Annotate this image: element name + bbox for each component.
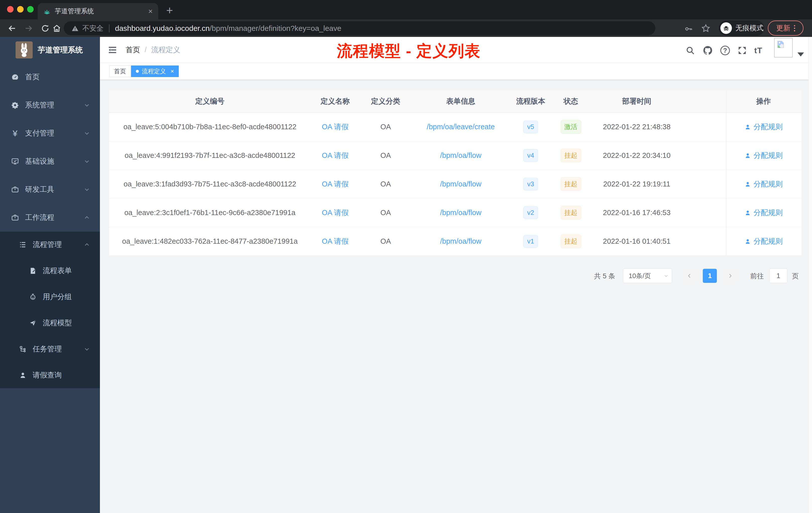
sidebar-item-devtools[interactable]: 研发工具: [0, 175, 100, 204]
app-page: 芋道管理系统 首页 系统管理 ¥ 支付管理 基础设施: [0, 37, 812, 513]
form-link[interactable]: /bpm/oa/leave/create: [427, 123, 495, 131]
home-icon[interactable]: [52, 24, 61, 33]
definition-category-cell: OA: [360, 141, 411, 170]
sidebar-item-process-form[interactable]: 流程表单: [0, 258, 100, 284]
definition-name-link[interactable]: OA 请假: [322, 179, 348, 189]
url-text: dashboard.yudao.iocoder.cn/bpm/manager/d…: [115, 24, 341, 33]
hamburger-icon[interactable]: [108, 45, 117, 55]
page-size-select[interactable]: 10条/页: [623, 269, 672, 283]
forward-icon[interactable]: [24, 24, 33, 33]
sidebar-item-task-mgmt[interactable]: 任务管理: [0, 336, 100, 362]
tab-title: 芋道管理系统: [55, 7, 144, 16]
definition-category-cell: OA: [360, 170, 411, 198]
new-tab-button[interactable]: +: [166, 3, 173, 17]
window-close-button[interactable]: [7, 6, 13, 12]
prev-page-button[interactable]: [683, 269, 696, 283]
assign-rule-button[interactable]: 分配规则: [754, 151, 783, 161]
tag-home[interactable]: 首页: [109, 65, 131, 77]
paper-plane-icon: [29, 319, 37, 327]
key-icon[interactable]: [684, 25, 693, 33]
browser-tab[interactable]: 芋道管理系统 ×: [38, 3, 158, 19]
actions-cell: 分配规则: [726, 227, 801, 255]
tab-close-icon[interactable]: ×: [148, 7, 153, 16]
reload-icon[interactable]: [41, 24, 50, 33]
definition-category: OA: [380, 209, 391, 217]
sidebar-item-process-mgmt[interactable]: 流程管理: [0, 232, 100, 258]
help-icon[interactable]: ?: [720, 46, 730, 55]
definition-id: oa_leave:3:1fad3d93-7b75-11ec-a3c8-acde4…: [123, 180, 296, 188]
browser-update-button[interactable]: 更新: [768, 21, 804, 36]
table-row: oa_leave:5:004b710b-7b8a-11ec-8ef0-acde4…: [109, 113, 802, 141]
next-page-button[interactable]: [723, 269, 737, 283]
menu-dots-icon[interactable]: [794, 25, 795, 31]
page-scrollbar[interactable]: [809, 37, 812, 513]
sidebar-logo-row[interactable]: 芋道管理系统: [0, 41, 100, 59]
assign-rule-button[interactable]: 分配规则: [754, 122, 783, 132]
sidebar-item-workflow[interactable]: 工作流程: [0, 204, 100, 232]
question-glyph: ?: [720, 46, 730, 55]
form-icon: [29, 267, 37, 275]
sidebar-submenu-workflow: 流程管理 流程表单 用户分组 流程模型 任务管理 请假: [0, 232, 100, 388]
sidebar-item-user-group[interactable]: 用户分组: [0, 284, 100, 310]
bookmark-star-icon[interactable]: [701, 24, 710, 33]
sidebar-item-infra[interactable]: 基础设施: [0, 147, 100, 175]
active-dot-icon: [136, 70, 139, 73]
form-link[interactable]: /bpm/oa/flow: [440, 209, 481, 217]
back-icon[interactable]: [7, 24, 17, 33]
window-maximize-button[interactable]: [27, 6, 34, 12]
sidebar-item-payment[interactable]: ¥ 支付管理: [0, 119, 100, 147]
fullscreen-icon[interactable]: [737, 46, 747, 55]
tag-label: 流程定义: [142, 67, 166, 75]
yen-icon: ¥: [11, 128, 19, 138]
user-icon: [19, 371, 27, 379]
assign-rule-button[interactable]: 分配规则: [754, 236, 783, 246]
definition-name-link[interactable]: OA 请假: [322, 208, 348, 218]
robot-icon: [29, 293, 37, 301]
status-badge: 挂起: [561, 177, 581, 191]
sidebar-menu: 首页 系统管理 ¥ 支付管理 基础设施 研发工具: [0, 63, 100, 232]
version-cell: v2: [510, 199, 551, 227]
table-row: oa_leave:1:482ec033-762a-11ec-8477-a2380…: [109, 227, 802, 256]
version-badge: v4: [523, 149, 538, 162]
definition-name-link[interactable]: OA 请假: [322, 236, 348, 246]
search-icon[interactable]: [686, 46, 695, 55]
form-link[interactable]: /bpm/oa/flow: [440, 180, 481, 188]
github-icon[interactable]: [702, 45, 713, 56]
form-info-cell: /bpm/oa/leave/create: [411, 113, 510, 141]
definition-name-link[interactable]: OA 请假: [322, 151, 348, 161]
version-cell: v5: [510, 113, 551, 141]
url-divider: [109, 24, 110, 32]
browser-chrome: 芋道管理系统 × + 不安全 dashboard.yudao.iocoder.c…: [0, 0, 812, 37]
assign-rule-button[interactable]: 分配规则: [754, 208, 783, 218]
form-info-cell: /bpm/oa/flow: [411, 170, 510, 198]
assign-user-icon: [745, 181, 751, 187]
assign-user-icon: [745, 152, 751, 159]
font-size-icon[interactable]: tT: [754, 46, 762, 55]
definition-name-link[interactable]: OA 请假: [322, 122, 348, 132]
form-link[interactable]: /bpm/oa/flow: [440, 151, 481, 160]
window-minimize-button[interactable]: [17, 6, 24, 12]
sidebar-item-home[interactable]: 首页: [0, 63, 100, 91]
deploy-time-cell: 2022-01-22 20:34:10: [590, 141, 683, 170]
goto-page-input[interactable]: [769, 269, 787, 283]
table-body: oa_leave:5:004b710b-7b8a-11ec-8ef0-acde4…: [109, 113, 802, 256]
tag-process-definition[interactable]: 流程定义 ×: [131, 65, 179, 77]
tag-close-icon[interactable]: ×: [171, 68, 174, 75]
app-title: 芋道管理系统: [38, 45, 83, 55]
caret-down-icon[interactable]: [798, 53, 804, 57]
url-bar[interactable]: 不安全 dashboard.yudao.iocoder.cn/bpm/manag…: [64, 21, 655, 35]
deploy-time-cell: 2022-01-16 17:46:53: [590, 199, 683, 227]
col-header-version: 流程版本: [510, 90, 551, 113]
version-cell: v1: [510, 227, 551, 255]
sidebar-item-process-model[interactable]: 流程模型: [0, 310, 100, 336]
breadcrumb-home[interactable]: 首页: [125, 45, 140, 55]
form-link[interactable]: /bpm/oa/flow: [440, 237, 481, 245]
chevron-down-icon: [663, 273, 669, 279]
actions-cell: 分配规则: [726, 199, 801, 227]
sidebar-item-system[interactable]: 系统管理: [0, 91, 100, 119]
sidebar-item-leave-query[interactable]: 请假查询: [0, 362, 100, 388]
assign-rule-button[interactable]: 分配规则: [754, 179, 783, 189]
pagination-total: 共 5 条: [594, 272, 615, 280]
page-number-current[interactable]: 1: [703, 269, 717, 283]
avatar[interactable]: [774, 38, 793, 58]
